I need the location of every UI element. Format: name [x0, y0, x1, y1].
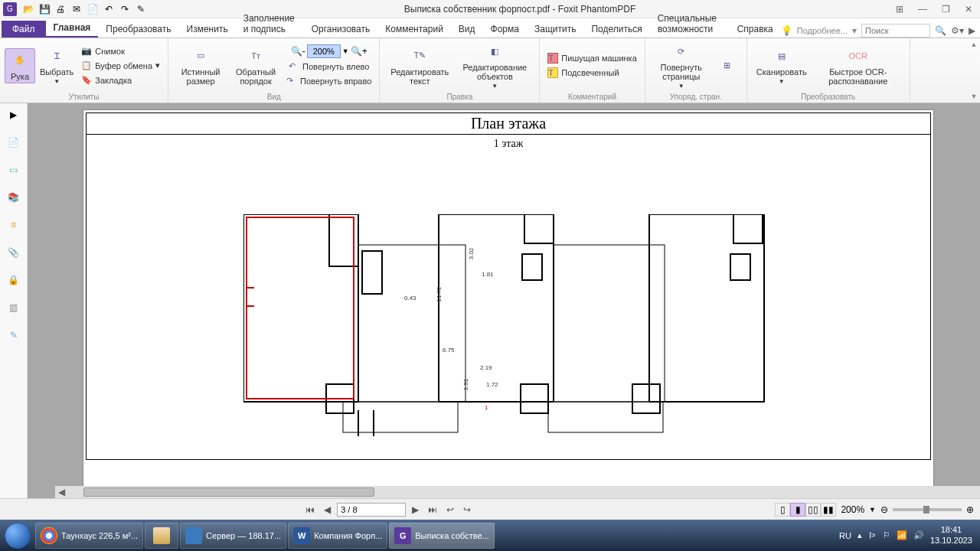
page-input[interactable]	[337, 503, 406, 517]
print-icon[interactable]: 🖨	[53, 2, 68, 17]
attachments-panel-icon[interactable]: 📎	[5, 244, 22, 261]
snapshot-button[interactable]: 📷Снимок	[78, 45, 163, 57]
hand-tool-button[interactable]: ✋ Рука	[5, 48, 35, 83]
tab-form[interactable]: Форма	[483, 21, 527, 37]
redo-icon[interactable]: ↷	[117, 2, 132, 17]
view-continuous-facing-icon[interactable]: ▮▮	[821, 503, 836, 517]
zoom-out-icon[interactable]: 🔍-	[291, 46, 305, 57]
layers-panel-icon[interactable]: 📚	[5, 189, 22, 206]
view-single-icon[interactable]: ▯	[775, 503, 790, 517]
newdoc-icon[interactable]: 📄	[85, 2, 100, 17]
highlight-button[interactable]: TПодсвеченный	[544, 67, 639, 79]
typewriter-button[interactable]: TПишущая машинка	[544, 52, 639, 64]
fields-panel-icon[interactable]: ▥	[5, 299, 22, 316]
task-pdf[interactable]: GВыписка собстве...	[389, 523, 495, 549]
ocr-button[interactable]: OCR Быстрое OCR-распознавание	[812, 44, 905, 87]
view-facing-icon[interactable]: ▯▯	[805, 503, 821, 517]
comments-panel-icon[interactable]: ≡	[5, 217, 22, 233]
tab-accessibility[interactable]: Специальные возможности	[650, 10, 730, 37]
minimize-icon[interactable]: —	[914, 2, 931, 16]
cursor-dropdown-icon[interactable]: ✎	[133, 2, 149, 17]
horizontal-scrollbar[interactable]: ◀	[55, 486, 980, 498]
edit-text-button[interactable]: T✎ Редактировать текст	[384, 44, 455, 87]
zoom-input[interactable]	[307, 44, 341, 58]
scan-button[interactable]: ▤ Сканировать ▼	[752, 44, 812, 86]
reorder-icon: Tт	[246, 46, 266, 66]
zoom-in-icon[interactable]: 🔍+	[351, 46, 368, 57]
last-page-icon[interactable]: ⏭	[425, 503, 440, 517]
search-input[interactable]	[861, 24, 930, 37]
tab-edit[interactable]: Изменить	[179, 21, 236, 37]
close-icon[interactable]: ✕	[960, 2, 977, 16]
select-tool-button[interactable]: Ꮖ Выбрать ▼	[35, 44, 78, 86]
open-icon[interactable]: 📂	[21, 2, 36, 17]
first-page-icon[interactable]: ⏮	[302, 503, 318, 517]
scroll-up-icon[interactable]: ▲	[968, 41, 980, 48]
tab-home[interactable]: Главная	[46, 19, 99, 37]
save-icon[interactable]: 💾	[37, 2, 52, 17]
arrange-icon[interactable]: ⊞	[891, 2, 908, 16]
actual-size-button[interactable]: ▭ Истинный размер	[173, 44, 228, 87]
tab-comment[interactable]: Комментарий	[377, 21, 451, 37]
folder-icon	[153, 527, 170, 544]
tab-convert[interactable]: Преобразовать	[98, 21, 178, 37]
tab-view[interactable]: Вид	[451, 21, 483, 37]
arrange-pages-button[interactable]: ⊞	[713, 54, 742, 77]
tab-organize[interactable]: Организовать	[304, 21, 378, 37]
bookmark-button[interactable]: 🔖Закладка	[78, 74, 163, 86]
file-tab[interactable]: Файл	[2, 21, 46, 37]
lightbulb-icon[interactable]: 💡	[781, 25, 792, 36]
lang-indicator[interactable]: RU	[839, 531, 851, 540]
zoom-out-button[interactable]: ⊖	[880, 504, 888, 515]
tab-protect[interactable]: Защитить	[527, 21, 583, 37]
start-button[interactable]	[2, 522, 34, 549]
tab-help[interactable]: Справка	[730, 21, 781, 37]
tray-network-icon[interactable]: 📶	[897, 530, 907, 540]
scroll-down-icon[interactable]: ▼	[968, 93, 980, 100]
tutorial-link[interactable]: Подробнее...	[797, 26, 848, 35]
task-explorer[interactable]	[145, 523, 178, 549]
zoom-in-button[interactable]: ⊕	[966, 504, 974, 515]
collapse-ribbon-icon[interactable]: ▶	[969, 25, 975, 36]
zoom-slider[interactable]	[893, 508, 962, 511]
rotate-right-button[interactable]: ↷Повернуть вправо	[283, 75, 374, 87]
signatures-panel-icon[interactable]: ✎	[5, 327, 22, 344]
edit-object-button[interactable]: ◧ Редактирование объектов ▼	[455, 40, 534, 91]
tray-volume-icon[interactable]: 🔊	[913, 530, 924, 540]
tray-flag-icon[interactable]: 🏳	[868, 531, 877, 540]
view-continuous-icon[interactable]: ▮	[790, 503, 805, 517]
undo-icon[interactable]: ↶	[101, 2, 116, 17]
pages-panel-icon[interactable]: 📄	[5, 134, 22, 151]
select-icon: Ꮖ	[47, 46, 67, 66]
zoom-dropdown-icon[interactable]: ▼	[869, 506, 876, 514]
nav-back-icon[interactable]: ↩	[443, 503, 457, 517]
system-tray: RU ▴ 🏳 ⚐ 📶 🔊 18:41 13.10.2023	[496, 525, 978, 545]
task-rdp[interactable]: Сервер — 188.17...	[180, 523, 286, 549]
tray-clock[interactable]: 18:41 13.10.2023	[930, 525, 972, 545]
rotate-pages-button[interactable]: ⟳ Повернуть страницы ▼	[650, 40, 713, 91]
rotate-left-button[interactable]: ↶Повернуть влево	[286, 60, 372, 73]
mail-icon[interactable]: ✉	[69, 2, 84, 17]
edit-text-icon: T✎	[410, 46, 430, 66]
clipboard-button[interactable]: 📋Буфер обмена ▾	[78, 60, 163, 72]
tray-up-icon[interactable]: ▴	[858, 530, 862, 540]
tab-fillsign[interactable]: Заполнение и подпись	[236, 10, 304, 37]
zoom-dropdown-icon[interactable]: ▼	[342, 47, 349, 55]
bookmarks-panel-icon[interactable]: ▭	[5, 161, 22, 178]
reverse-order-button[interactable]: Tт Обратный порядок	[228, 44, 283, 87]
prev-page-icon[interactable]: ◀	[321, 503, 334, 517]
tray-action-icon[interactable]: ⚐	[883, 530, 890, 540]
next-page-icon[interactable]: ▶	[409, 503, 422, 517]
task-chrome[interactable]: Таунхаус 226,5 м²...	[35, 523, 143, 549]
search-icon[interactable]: 🔍	[935, 25, 946, 36]
nav-fwd-icon[interactable]: ↪	[460, 503, 474, 517]
tab-share[interactable]: Поделиться	[583, 21, 649, 37]
task-word[interactable]: WКомпания Форп...	[288, 523, 387, 549]
restore-icon[interactable]: ❐	[937, 2, 954, 16]
document-viewport[interactable]: План этажа 1 этаж	[28, 103, 980, 498]
search-dropdown-icon[interactable]: ▾	[852, 25, 857, 36]
security-panel-icon[interactable]: 🔒	[5, 272, 22, 289]
settings-gear-icon[interactable]: ⚙▾	[951, 25, 964, 36]
scrollbar-thumb[interactable]	[83, 487, 374, 497]
expand-panel-icon[interactable]: ▶	[5, 106, 22, 123]
